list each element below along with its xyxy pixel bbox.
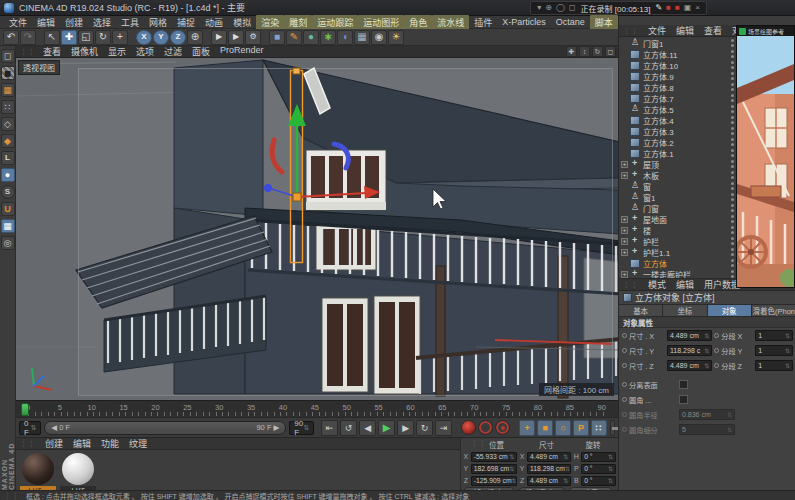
reference-image-window[interactable]: 场景绘图参考 <box>736 25 795 288</box>
position-field[interactable]: 182.698 cm⇅ <box>471 464 517 474</box>
loop-playback-button[interactable]: ↻ <box>416 420 433 436</box>
pencil-icon[interactable]: ✎ <box>655 4 662 12</box>
panel-grip[interactable]: ⋮⋮ <box>20 48 36 56</box>
play-backwards-button[interactable]: ↺ <box>340 420 357 436</box>
object-name[interactable]: 楼 <box>643 225 651 236</box>
workplane-lock-button[interactable]: ▦ <box>1 219 15 233</box>
object-menu-item[interactable]: 文件 <box>643 25 671 38</box>
parameter-checkbox[interactable] <box>679 380 688 389</box>
recording-overlay[interactable]: ▾⊕◯◻ 正在录制 [00:05:13] ✎■■▣× <box>530 1 707 15</box>
frame-end-field[interactable]: 90 F⇅ <box>289 421 314 435</box>
object-name[interactable]: 屋地面 <box>643 214 667 225</box>
position-field[interactable]: -125.909 cm⇅ <box>471 476 517 486</box>
object-name[interactable]: 木板 <box>643 170 659 181</box>
light-button[interactable]: ☀ <box>388 30 404 45</box>
object-name[interactable]: 立方体.7 <box>643 93 674 104</box>
object-name[interactable]: 屋顶 <box>643 159 659 170</box>
keyframe-dot-icon[interactable] <box>714 363 719 368</box>
undo-button[interactable]: ↶ <box>3 30 19 45</box>
stop-icon[interactable]: ■ <box>666 4 671 12</box>
keyframe-dot-icon[interactable] <box>622 382 627 387</box>
keyframe-dot-icon[interactable] <box>622 348 627 353</box>
pan-view-icon[interactable]: ✚ <box>566 46 577 57</box>
material-menu-item[interactable]: 创建 <box>40 436 68 451</box>
menu-item[interactable]: 文件 <box>4 15 32 30</box>
menu-item[interactable]: 雕刻 <box>284 15 312 30</box>
object-name[interactable]: 立方体.10 <box>643 60 678 71</box>
menu-item[interactable]: 捕捉 <box>172 15 200 30</box>
menu-item[interactable]: 运动跟踪 <box>312 15 358 30</box>
keyframe-dot-icon[interactable] <box>622 333 627 338</box>
expand-toggle[interactable]: + <box>621 249 628 256</box>
menu-item[interactable]: 动画 <box>200 15 228 30</box>
panel-grip[interactable]: ⋮⋮ <box>20 440 36 448</box>
render-view-button[interactable]: ▶ <box>211 30 227 45</box>
house-model[interactable] <box>76 60 618 398</box>
environment-button[interactable]: ▦ <box>354 30 370 45</box>
object-name[interactable]: 立方体.8 <box>643 82 674 93</box>
expand-toggle[interactable]: + <box>621 172 628 179</box>
reference-window-titlebar[interactable]: 场景绘图参考 <box>737 26 794 36</box>
object-menu-item[interactable]: 编辑 <box>671 25 699 38</box>
magnifier-icon[interactable]: ◯ <box>556 4 565 12</box>
rotation-field[interactable]: 0 °⇅ <box>581 452 616 462</box>
keyframe-dot-icon[interactable] <box>622 397 627 402</box>
chevron-down-icon[interactable]: ▾ <box>537 4 541 12</box>
menu-item[interactable]: 编辑 <box>32 15 60 30</box>
viewport-menu-item[interactable]: 查看 <box>38 45 66 58</box>
expand-toggle[interactable]: + <box>621 216 628 223</box>
object-name[interactable]: 立方体.9 <box>643 71 674 82</box>
menu-item[interactable]: 渲染 <box>256 15 284 30</box>
enable-axis-button[interactable]: L <box>1 151 15 165</box>
attribute-tab[interactable]: 坐标 <box>663 305 707 316</box>
material-menu-item[interactable]: 编辑 <box>68 436 96 451</box>
dolly-view-icon[interactable]: ↕ <box>579 46 590 57</box>
menu-item[interactable]: 工具 <box>116 15 144 30</box>
close-icon[interactable]: × <box>695 4 700 12</box>
rotate-view-icon[interactable]: ↻ <box>592 46 603 57</box>
live-selection-button[interactable]: ↖ <box>44 30 60 45</box>
previous-frame-button[interactable]: ◀ <box>359 420 376 436</box>
parameter-field[interactable]: 4.489 cm⇅ <box>667 330 712 341</box>
parameter-checkbox[interactable] <box>679 395 688 404</box>
preview-range-slider[interactable]: ◀ 0 F 90 F ▶ <box>44 421 286 435</box>
menu-item[interactable]: 脚本 <box>590 15 618 30</box>
object-name[interactable]: 立方体.11 <box>643 49 678 60</box>
next-frame-button[interactable]: ▶ <box>397 420 414 436</box>
attribute-menu-item[interactable]: 模式 <box>643 277 671 292</box>
object-name[interactable]: 护栏1.1 <box>643 247 670 258</box>
object-name[interactable]: 立方体.5 <box>643 104 674 115</box>
camera-icon[interactable]: ▣ <box>684 4 692 12</box>
material-preview-sphere[interactable] <box>62 453 94 485</box>
viewport-solo-button[interactable]: ● <box>1 168 15 182</box>
keyframe-dot-icon[interactable] <box>714 333 719 338</box>
material-menu-item[interactable]: 功能 <box>96 436 124 451</box>
lock-x-axis-button[interactable]: X <box>136 30 152 45</box>
scene-3d[interactable] <box>16 58 618 400</box>
object-properties-header[interactable]: 对象属性 <box>619 317 795 328</box>
viewport-menu-item[interactable]: 选项 <box>131 45 159 58</box>
expand-toggle[interactable]: + <box>621 271 628 278</box>
lock-y-axis-button[interactable]: Y <box>153 30 169 45</box>
rotation-field[interactable]: 0 °⇅ <box>581 464 616 474</box>
parameter-field[interactable]: 1⇅ <box>755 360 793 371</box>
render-picture-viewer-button[interactable]: ▶ <box>228 30 244 45</box>
toggle-view-icon[interactable]: ◻ <box>605 46 616 57</box>
menu-item[interactable]: X-Particles <box>497 16 551 28</box>
attribute-tab[interactable]: 平滑着色(Phong) <box>752 305 795 316</box>
menu-item[interactable]: 角色 <box>404 15 432 30</box>
timeline-zoom-slider[interactable] <box>610 420 615 436</box>
keyframe-dot-icon[interactable] <box>714 348 719 353</box>
z-axis-knob[interactable] <box>264 184 272 192</box>
position-field[interactable]: -55.933 cm⇅ <box>471 452 517 462</box>
viewport-menu-item[interactable]: 显示 <box>103 45 131 58</box>
edges-mode-button[interactable]: ◇ <box>1 117 15 131</box>
timeline-scrubber[interactable] <box>21 403 29 416</box>
menu-item[interactable]: 模拟 <box>228 15 256 30</box>
object-name[interactable]: 立方体.2 <box>643 137 674 148</box>
last-used-tool-button[interactable]: + <box>112 30 128 45</box>
object-name[interactable]: 窗1 <box>643 192 655 203</box>
region-icon[interactable]: ◻ <box>569 4 576 12</box>
panel-grip[interactable]: ⋮⋮ <box>623 27 639 35</box>
rotate-x-band[interactable] <box>272 140 282 172</box>
